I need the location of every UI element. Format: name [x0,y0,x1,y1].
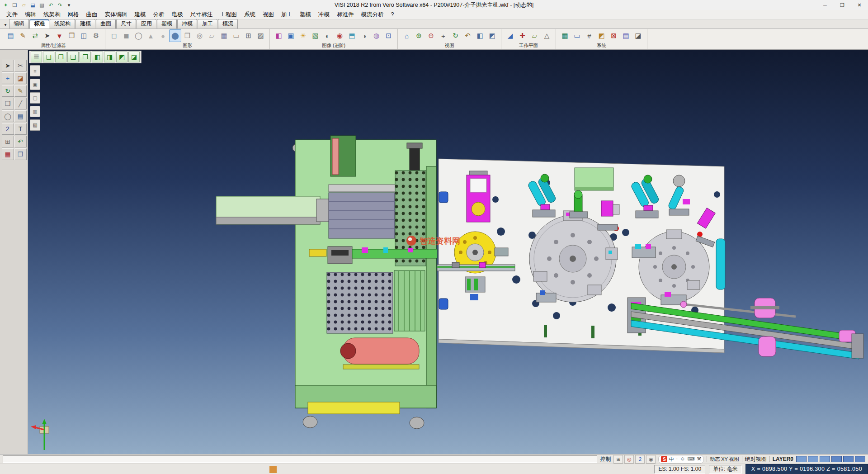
iso-cube-icon-5[interactable]: ◧ [92,52,103,62]
iso-cube-icon-8[interactable]: ◪ [128,52,140,62]
ime-keyboard-icon[interactable]: ⌨ [687,456,694,463]
text-tool-icon[interactable]: T [14,123,27,135]
tab-dropdown-icon[interactable]: ▾ [2,22,9,28]
front-view-icon[interactable]: ◧ [474,29,486,42]
menu-item[interactable]: 分析 [150,10,168,19]
snap-grid-icon[interactable]: ⊞ [613,455,623,464]
iso-view-icon[interactable]: ◩ [486,29,498,42]
camera-icon[interactable]: ◉ [334,29,346,42]
layer-color-bar[interactable] [843,456,854,462]
ribbon-tab[interactable]: 冲模 [177,19,197,28]
scissors-icon[interactable]: ✂ [14,60,27,71]
ime-lang-icon[interactable]: 中 [669,456,674,463]
pick-filter-icon[interactable]: ➤ [41,29,53,42]
layer-color-bar[interactable] [831,456,842,462]
cone-icon[interactable]: ▲ [145,29,157,42]
ime-logo-icon[interactable]: S [661,456,667,462]
close-button[interactable]: ✕ [851,0,868,10]
edit-attributes-icon[interactable]: ✎ [17,29,29,42]
edge-display-icon[interactable]: ▭ [230,29,242,42]
zoom-in-icon[interactable]: ⊕ [413,29,425,42]
shaded-solid-icon[interactable]: ⬤ [169,29,181,42]
control-label[interactable]: 控制 [600,455,611,463]
texture-icon[interactable]: ▧ [309,29,321,42]
layers-icon[interactable]: ◫ [78,29,90,42]
minimize-button[interactable]: ─ [816,0,834,10]
menu-item[interactable]: 曲面 [83,10,101,19]
menu-item[interactable]: 建模 [131,10,150,19]
layer-color-bar[interactable] [855,456,865,462]
table-icon[interactable]: ▤ [620,29,632,42]
gamma-icon[interactable]: ◍ [370,29,382,42]
cylinder-icon[interactable]: ◯ [132,29,145,42]
block-icon[interactable]: ❒ [181,29,193,42]
viewport-canvas[interactable]: 智造资料网 [28,50,868,454]
ribbon-tab[interactable]: 尺寸 [116,19,136,28]
rotate-view-icon[interactable]: ↻ [449,29,462,42]
previous-view-icon[interactable]: ↶ [462,29,474,42]
light-icon[interactable]: ☀ [297,29,309,42]
menu-item[interactable]: 线架构 [40,10,64,19]
contrast-icon[interactable]: ◑ [358,29,370,42]
ribbon-tab[interactable]: 标准 [29,19,49,28]
menu-item[interactable]: 标准件 [333,10,358,19]
layer-color-bar[interactable] [820,456,830,462]
iso-cube-icon-1[interactable]: ❏ [43,52,54,62]
tracking-icon[interactable]: ◉ [646,455,656,464]
app-icon[interactable]: ✦ [1,1,10,9]
screen-icon[interactable]: ▭ [571,29,583,42]
pan-icon[interactable]: + [437,29,449,42]
offset-icon[interactable]: 2 [2,123,14,135]
rotate-icon[interactable]: ↻ [2,85,14,97]
ribbon-tab[interactable]: 编辑 [9,19,29,28]
ribbon-tab[interactable]: 应用 [137,19,156,28]
menu-item[interactable]: 尺寸标注 [187,10,217,19]
macro-icon[interactable]: ◩ [595,29,608,42]
iso-cube-icon-2[interactable]: ❐ [55,52,66,62]
calculator-icon[interactable]: # [583,29,595,42]
undo-icon[interactable]: ↶ [47,1,55,9]
copy-icon[interactable]: ❐ [14,148,27,160]
render-icon[interactable]: ◧ [273,29,285,42]
viewbar-wire-icon[interactable]: ▢ [30,92,40,104]
redo-icon[interactable]: ↷ [56,1,64,9]
workplane-align-icon[interactable]: ▱ [528,29,541,42]
sphere-icon[interactable]: ● [157,29,169,42]
mesh-icon[interactable]: ▦ [218,29,230,42]
ime-toolbox-icon[interactable]: ⚒ [697,456,701,463]
menu-item[interactable]: 网格 [64,10,83,19]
environment-icon[interactable]: ⬒ [346,29,358,42]
material-icon[interactable]: ▣ [285,29,297,42]
ribbon-tab[interactable]: 加工 [198,19,217,28]
undo-tool-icon[interactable]: ↶ [14,136,27,147]
ribbon-tab[interactable]: 曲面 [96,19,116,28]
select-icon[interactable]: ➤ [2,60,14,71]
viewbar-handle-icon[interactable]: ≡ [30,65,40,76]
filter-settings-icon[interactable]: ⚙ [90,29,102,42]
maximize-button[interactable]: ❐ [834,0,851,10]
shaded-icon[interactable]: ◼ [120,29,132,42]
snapshot-icon[interactable]: ⊡ [382,29,395,42]
menu-item[interactable]: 冲模 [315,10,333,19]
ribbon-tab[interactable]: 建模 [75,19,95,28]
iso-cube-icon-3[interactable]: ❑ [67,52,79,62]
info-icon[interactable]: ◪ [632,29,644,42]
menu-item[interactable]: ? [387,10,398,19]
iso-cube-icon-6[interactable]: ◨ [104,52,115,62]
menu-item[interactable]: 文件 [3,10,21,19]
properties-icon[interactable]: ▤ [5,29,17,42]
layer-label[interactable]: LAYER0 [773,456,793,462]
viewbar-shade-icon[interactable]: ▣ [30,79,40,90]
circle-icon[interactable]: ◯ [2,110,14,122]
menu-item[interactable]: 系统 [241,10,259,19]
ime-emoji-icon[interactable]: ☺ [680,456,685,463]
menu-item[interactable]: 工程图 [217,10,241,19]
ime-punct-icon[interactable]: · [676,456,678,463]
open-file-icon[interactable]: ▱ [19,1,28,9]
quick-access-more-icon[interactable]: ▾ [65,1,73,9]
purge-icon[interactable]: ⊠ [608,29,620,42]
layer-color-bar[interactable] [808,456,818,462]
plane-icon[interactable]: ▱ [206,29,218,42]
osnap-icon[interactable]: ◎ [624,455,634,464]
menu-item[interactable]: 电极 [168,10,187,19]
